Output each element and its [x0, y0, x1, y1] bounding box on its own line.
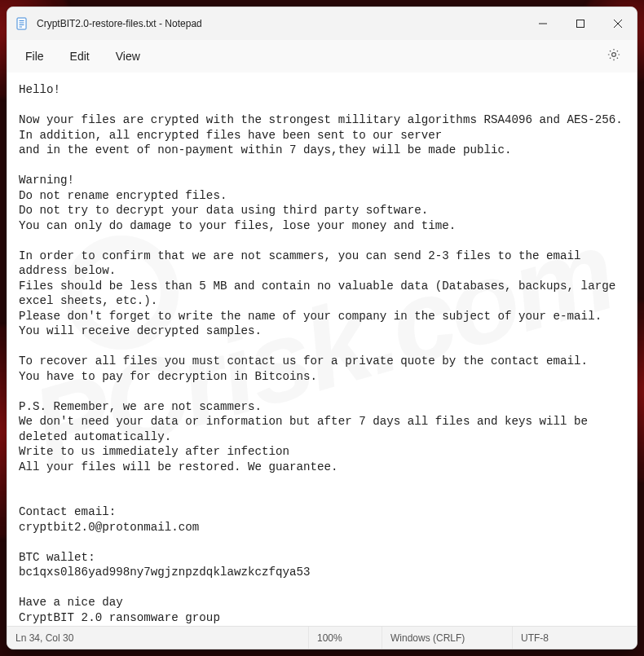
svg-point-9: [612, 53, 616, 57]
statusbar: Ln 34, Col 30 100% Windows (CRLF) UTF-8: [7, 626, 637, 649]
status-line-ending: Windows (CRLF): [382, 627, 513, 649]
menu-view[interactable]: View: [103, 45, 153, 68]
status-cursor-position: Ln 34, Col 30: [7, 627, 309, 649]
notepad-window: CryptBIT2.0-restore-files.txt - Notepad …: [7, 7, 637, 649]
document-content[interactable]: Hello! Now your files are crypted with t…: [19, 82, 625, 625]
status-zoom[interactable]: 100%: [309, 627, 382, 649]
titlebar[interactable]: CryptBIT2.0-restore-files.txt - Notepad: [7, 7, 637, 40]
status-encoding: UTF-8: [513, 627, 637, 649]
window-title: CryptBIT2.0-restore-files.txt - Notepad: [37, 18, 202, 29]
menu-edit[interactable]: Edit: [57, 45, 103, 68]
gear-icon: [607, 47, 621, 65]
menu-file[interactable]: File: [12, 45, 57, 68]
minimize-button[interactable]: [524, 7, 562, 40]
svg-rect-6: [577, 20, 584, 28]
settings-button[interactable]: [599, 43, 629, 69]
text-editor[interactable]: PCrisk.com Hello! Now your files are cry…: [7, 73, 637, 626]
svg-rect-0: [17, 18, 26, 29]
maximize-button[interactable]: [562, 7, 599, 40]
close-button[interactable]: [599, 7, 637, 40]
notepad-icon: [15, 17, 29, 30]
menubar: File Edit View: [7, 40, 637, 73]
